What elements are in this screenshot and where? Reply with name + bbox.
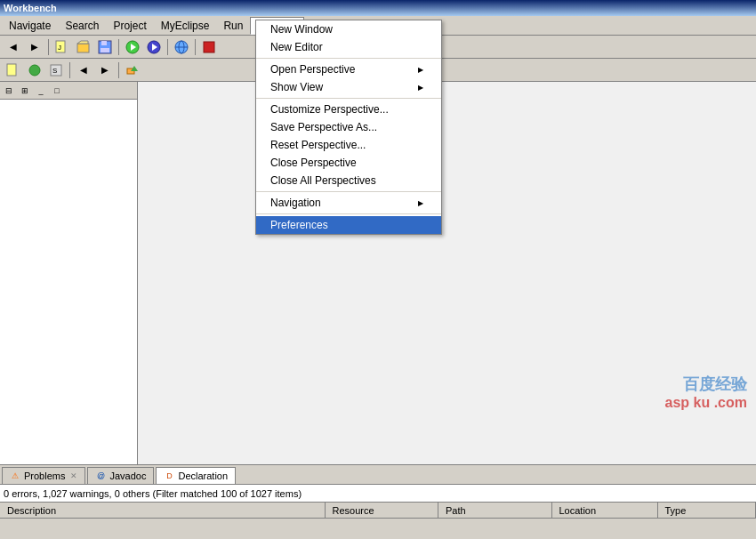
svg-rect-15 [7,64,16,76]
toolbar2-btn3[interactable]: S [46,60,66,80]
menu-save-perspective-as[interactable]: Save Perspective As... [256,118,441,136]
svg-point-16 [29,65,40,76]
toolbar2-btn5[interactable]: ▶ [95,60,115,80]
toolbar2-btn4[interactable]: ◀ [74,60,93,80]
watermark-baidu: 百度经验 [683,374,747,395]
toolbar2-btn1[interactable] [4,60,23,80]
svg-rect-5 [101,41,107,45]
svg-rect-2 [77,44,89,52]
toolbar-forward-btn[interactable]: ▶ [25,37,44,57]
menu-navigate[interactable]: Navigate [2,17,58,35]
col-description[interactable]: Description [0,503,326,518]
menu-sep3 [256,191,441,192]
problems-bar: 0 errors, 1,027 warnings, 0 others (Filt… [0,484,756,502]
menu-sep1 [256,58,441,59]
menu-myeclipse[interactable]: MyEclipse [154,17,217,35]
toolbar2-btn2[interactable] [25,60,44,80]
toolbar-new-btn[interactable]: J [52,37,72,57]
panel-min-btn[interactable]: _ [34,84,48,98]
toolbar-globe-btn[interactable] [172,37,191,57]
toolbar-sep2 [118,39,119,55]
open-perspective-arrow: ▶ [418,66,423,74]
menu-sep4 [256,213,441,214]
menu-preferences[interactable]: Preferences [256,216,441,234]
svg-rect-14 [204,42,214,52]
toolbar-back-btn[interactable]: ◀ [4,37,23,57]
tab-problems-close[interactable]: ✕ [70,471,77,480]
menu-close-all-perspectives[interactable]: Close All Perspectives [256,172,441,189]
warning-icon: ⚠ [10,471,20,481]
left-panel: ⊟ ⊞ _ □ [0,82,138,464]
watermark-site: asp ku .com [665,395,747,411]
col-location[interactable]: Location [552,503,658,518]
toolbar-stop-btn[interactable] [199,37,219,57]
svg-rect-6 [101,48,109,52]
navigation-arrow: ▶ [418,199,423,207]
toolbar2-sep2 [118,62,119,78]
watermark: 百度经验 asp ku .com [665,374,747,411]
col-type[interactable]: Type [658,503,757,518]
toolbar-save-btn[interactable] [95,37,115,57]
menu-open-perspective[interactable]: Open Perspective ▶ [256,60,441,78]
menu-search[interactable]: Search [58,17,106,35]
toolbar-sep3 [167,39,168,55]
col-path[interactable]: Path [438,503,552,518]
panel-collapse-btn[interactable]: ⊟ [2,84,16,98]
menu-navigation[interactable]: Navigation ▶ [256,194,441,212]
toolbar2-btn6[interactable] [123,60,142,80]
status-bar [0,518,756,539]
toolbar2-sep1 [69,62,70,78]
panel-toolbar: ⊟ ⊞ _ □ [0,82,137,100]
show-view-arrow: ▶ [418,84,423,92]
bottom-tabs-bar: ⚠ Problems ✕ @ Javadoc D Declaration [0,464,756,484]
menu-new-editor[interactable]: New Editor [256,38,441,56]
toolbar-sep1 [48,39,49,55]
menu-project[interactable]: Project [106,17,153,35]
window-dropdown-menu: New Window New Editor Open Perspective ▶… [255,20,442,235]
tab-declaration[interactable]: D Declaration [156,467,236,484]
menu-show-view[interactable]: Show View ▶ [256,78,441,96]
menu-close-perspective[interactable]: Close Perspective [256,154,441,172]
problems-text: 0 errors, 1,027 warnings, 0 others (Filt… [4,488,302,499]
toolbar-debug-btn[interactable] [144,37,164,57]
menu-reset-perspective[interactable]: Reset Perspective... [256,136,441,154]
svg-marker-3 [77,41,88,44]
declaration-icon: D [164,471,174,481]
toolbar-open-btn[interactable] [74,37,93,57]
svg-text:J: J [58,44,61,52]
toolbar-run-btn[interactable] [123,37,142,57]
menu-new-window[interactable]: New Window [256,20,441,38]
title-text: Workbench [4,3,57,13]
doc-icon: @ [95,471,106,481]
svg-text:S: S [52,67,57,75]
tab-javadoc[interactable]: @ Javadoc [87,467,154,484]
menu-run[interactable]: Run [216,17,250,35]
toolbar-sep4 [195,39,196,55]
panel-expand-btn[interactable]: ⊞ [18,84,32,98]
column-headers: Description Resource Path Location Type [0,502,756,518]
col-resource[interactable]: Resource [326,503,439,518]
content-area: 百度经验 asp ku .com [138,82,756,464]
title-bar: Workbench [0,0,756,16]
tab-problems[interactable]: ⚠ Problems ✕ [2,467,85,484]
panel-max-btn[interactable]: □ [50,84,64,98]
menu-customize-perspective[interactable]: Customize Perspective... [256,101,441,118]
menu-sep2 [256,98,441,99]
